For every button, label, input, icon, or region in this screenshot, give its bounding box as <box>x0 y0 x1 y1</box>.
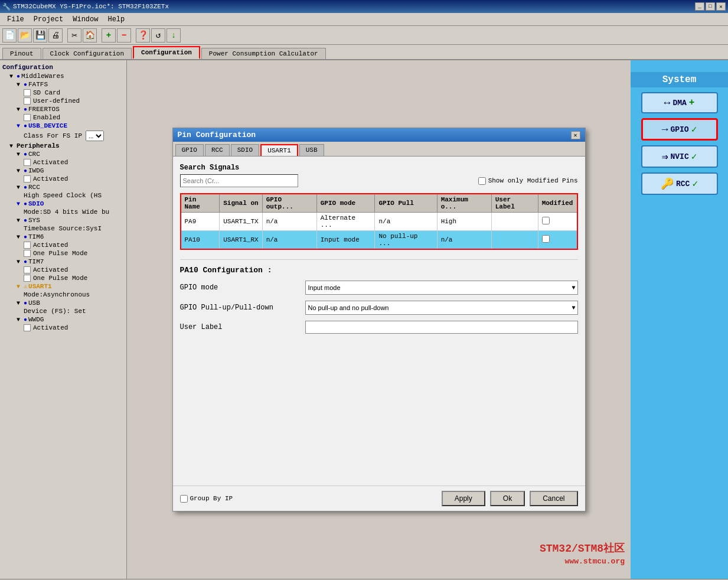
search-input[interactable] <box>180 174 298 187</box>
config-row-gpio-mode: GPIO mode Input mode ▼ <box>180 281 578 295</box>
expand-wwdg-icon[interactable]: ▼ <box>17 317 22 323</box>
tree-fatfs[interactable]: ▼ ● FATFS <box>2 80 124 89</box>
iwdg-activated-checkbox[interactable] <box>24 175 31 183</box>
tree-userdefined[interactable]: User-defined <box>2 97 124 105</box>
sdcard-checkbox[interactable] <box>24 89 31 96</box>
minimize-button[interactable]: _ <box>695 2 704 11</box>
expand-usb-icon[interactable]: ▼ <box>17 300 22 307</box>
expand-sys-icon[interactable]: ▼ <box>17 217 22 224</box>
tb-saveas-button[interactable]: 🖨 <box>48 28 63 43</box>
tree-crc[interactable]: ▼ ● CRC <box>2 150 124 158</box>
dialog-tab-usart1[interactable]: USART1 <box>260 144 298 156</box>
tb-open-button[interactable]: 📂 <box>18 28 32 43</box>
gpio-button[interactable]: → GPIO ✓ <box>641 118 718 141</box>
maximize-button[interactable]: □ <box>706 2 715 11</box>
close-button[interactable]: ✕ <box>716 2 726 11</box>
nvic-button[interactable]: ⇒ NVIC ✓ <box>641 145 718 168</box>
tree-classforfsip[interactable]: Class For FS IP ... <box>2 130 124 142</box>
tim7-onepulse-checkbox[interactable] <box>24 275 31 282</box>
show-modified-checkbox[interactable] <box>478 177 486 185</box>
expand-usart1-icon[interactable]: ▼ <box>17 284 22 290</box>
tab-pinout[interactable]: Pinout <box>2 48 41 59</box>
tb-save-button[interactable]: 💾 <box>33 28 47 43</box>
expand-iwdg-icon[interactable]: ▼ <box>17 168 22 174</box>
tim7-activated-checkbox[interactable] <box>24 266 31 273</box>
tree-middlewares[interactable]: ▼ ● MiddleWares <box>2 72 124 80</box>
expand-rcc-icon[interactable]: ▼ <box>17 184 22 191</box>
dma-button[interactable]: ↔ DMA + <box>641 92 718 113</box>
menu-help[interactable]: Help <box>103 14 129 25</box>
expand-crc-icon[interactable]: ▼ <box>17 151 22 158</box>
tree-crc-activated[interactable]: Activated <box>2 158 124 167</box>
tree-usart1[interactable]: ▼ ⚠ USART1 <box>2 282 124 291</box>
tree-wwdg[interactable]: ▼ ● WWDG <box>2 315 124 324</box>
classforfsip-select[interactable]: ... <box>86 131 104 141</box>
tab-power[interactable]: Power Consumption Calculator <box>201 48 326 59</box>
tb-help-button[interactable]: ❓ <box>136 28 150 43</box>
tree-iwdg-activated[interactable]: Activated <box>2 175 124 183</box>
userdefined-checkbox[interactable] <box>24 97 31 105</box>
tree-freertos[interactable]: ▼ ● FREERTOS <box>2 105 124 113</box>
group-by-ip-checkbox[interactable] <box>180 495 188 503</box>
tb-new-button[interactable]: 📄 <box>2 28 17 43</box>
dialog-tab-usb[interactable]: USB <box>299 144 324 156</box>
expand-sdio-icon[interactable]: ▼ <box>17 201 22 207</box>
tree-tim7-activated[interactable]: Activated <box>2 266 124 274</box>
table-row-pa10[interactable]: PA10 USART1_RX n/a Input mode No pull-up… <box>181 231 577 250</box>
config-row-user-label: User Label <box>180 321 578 334</box>
tree-tim7[interactable]: ▼ ● TIM7 <box>2 258 124 266</box>
expand-fatfs-icon[interactable]: ▼ <box>17 82 22 88</box>
tb-home-button[interactable]: 🏠 <box>83 28 97 43</box>
expand-middlewares-icon[interactable]: ▼ <box>9 73 15 80</box>
cancel-button[interactable]: Cancel <box>530 491 577 506</box>
tree-sys[interactable]: ▼ ● SYS <box>2 216 124 224</box>
tb-cut-button[interactable]: ✂ <box>67 28 81 43</box>
tree-sdio[interactable]: ▼ ● SDIO <box>2 200 124 208</box>
toolbar: 📄 📂 💾 🖨 ✂ 🏠 + − ❓ ↺ ↓ <box>0 26 728 45</box>
wwdg-activated-checkbox[interactable] <box>24 324 31 331</box>
table-row-pa9[interactable]: PA9 USART1_TX n/a Alternate ... n/a High <box>181 213 577 231</box>
tim6-onepulse-checkbox[interactable] <box>24 250 31 257</box>
tree-wwdg-activated[interactable]: Activated <box>2 324 124 332</box>
tb-refresh-button[interactable]: ↺ <box>151 28 165 43</box>
gpio-pull-select[interactable]: No pull-up and no pull-down <box>305 301 578 315</box>
user-label-input[interactable] <box>305 321 578 334</box>
dialog-tab-sdio[interactable]: SDIO <box>231 144 259 156</box>
dialog-close-button[interactable]: ✕ <box>571 131 580 139</box>
expand-peripherals-icon[interactable]: ▼ <box>9 143 15 149</box>
rcc-button[interactable]: 🔑 RCC ✓ <box>641 172 718 195</box>
tree-peripherals[interactable]: ▼ Peripherals <box>2 142 124 150</box>
tree-sdcard[interactable]: SD Card <box>2 89 124 97</box>
tree-rcc[interactable]: ▼ ● RCC <box>2 183 124 191</box>
tim6-activated-checkbox[interactable] <box>24 242 31 249</box>
tb-add-button[interactable]: + <box>102 28 116 43</box>
tree-usb[interactable]: ▼ ● USB <box>2 299 124 307</box>
dialog-tab-gpio[interactable]: GPIO <box>175 144 204 156</box>
pa9-modified-checkbox[interactable] <box>542 217 550 224</box>
crc-activated-checkbox[interactable] <box>24 159 31 166</box>
tab-clock-config[interactable]: Clock Configuration <box>43 48 132 59</box>
tree-tim7-onepulse[interactable]: One Pulse Mode <box>2 274 124 282</box>
apply-button[interactable]: Apply <box>442 491 485 506</box>
tb-remove-button[interactable]: − <box>117 28 131 43</box>
tree-freertos-enabled[interactable]: Enabled <box>2 113 124 122</box>
tb-down-button[interactable]: ↓ <box>167 28 181 43</box>
tree-tim6-onepulse[interactable]: One Pulse Mode <box>2 249 124 258</box>
freertos-enabled-checkbox[interactable] <box>24 114 31 121</box>
ok-button[interactable]: Ok <box>490 491 525 506</box>
expand-tim7-icon[interactable]: ▼ <box>17 259 22 265</box>
expand-tim6-icon[interactable]: ▼ <box>17 234 22 240</box>
tree-iwdg[interactable]: ▼ ● IWDG <box>2 167 124 175</box>
pa10-modified-checkbox[interactable] <box>542 235 550 243</box>
expand-usbdevice-icon[interactable]: ▼ <box>17 123 22 129</box>
menu-project[interactable]: Project <box>29 14 68 25</box>
menu-window[interactable]: Window <box>68 14 103 25</box>
menu-file[interactable]: File <box>2 14 29 25</box>
tree-tim6[interactable]: ▼ ● TIM6 <box>2 233 124 241</box>
tree-usbdevice[interactable]: ▼ ● USB_DEVICE <box>2 122 124 130</box>
tree-tim6-activated[interactable]: Activated <box>2 241 124 249</box>
gpio-mode-select[interactable]: Input mode <box>305 281 578 295</box>
tab-configuration[interactable]: Configuration <box>133 46 200 59</box>
dialog-tab-rcc[interactable]: RCC <box>205 144 230 156</box>
expand-freertos-icon[interactable]: ▼ <box>17 106 22 113</box>
